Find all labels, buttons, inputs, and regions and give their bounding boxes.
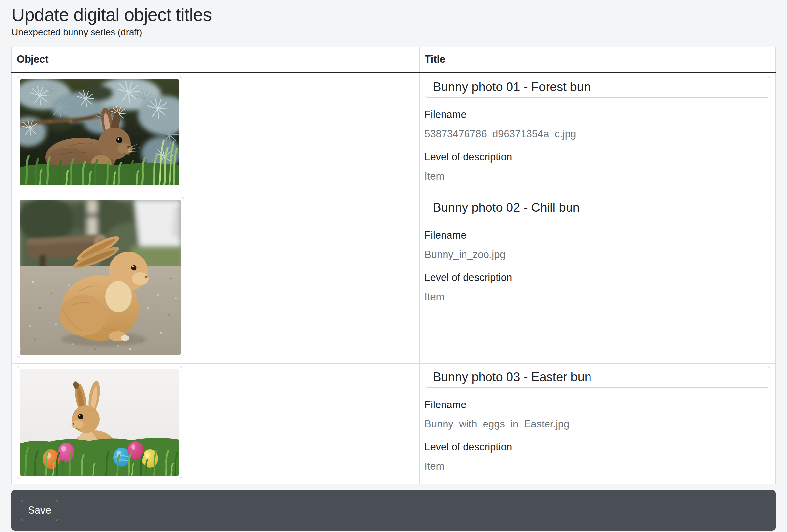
page-subtitle: Unexpected bunny series (draft): [12, 27, 775, 38]
level-of-description-value: Item: [425, 291, 770, 303]
filename-value: Bunny_with_eggs_in_Easter.jpg: [425, 418, 770, 430]
title-input-3[interactable]: [425, 366, 770, 388]
thumbnail-card-1: [17, 76, 183, 189]
bunny-photo-1: [20, 79, 179, 185]
actions-bar: Save: [12, 490, 775, 531]
filename-label: Filename: [425, 399, 770, 411]
filename-value: 53873476786_d96371354a_c.jpg: [425, 128, 770, 140]
level-of-description-label: Level of description: [425, 151, 770, 163]
object-row-2: Filename Bunny_in_zoo.jpg Level of descr…: [12, 194, 775, 363]
thumbnail-card-2: [17, 197, 184, 358]
level-of-description-value: Item: [425, 170, 770, 182]
level-of-description-label: Level of description: [425, 271, 770, 284]
level-of-description-label: Level of description: [425, 441, 770, 453]
title-input-2[interactable]: [425, 197, 770, 218]
title-input-1[interactable]: [425, 76, 770, 98]
column-header-object: Object: [12, 47, 420, 73]
table-header-row: Object Title: [12, 47, 775, 73]
filename-label: Filename: [425, 109, 770, 120]
column-header-title: Title: [420, 47, 775, 73]
thumbnail-card-3: [17, 366, 183, 479]
page-title: Update digital object titles: [12, 5, 775, 25]
bunny-photo-3: [20, 370, 179, 475]
object-row-3: Filename Bunny_with_eggs_in_Easter.jpg L…: [12, 363, 775, 485]
page-container: Update digital object titles Unexpected …: [0, 0, 787, 485]
filename-label: Filename: [425, 229, 770, 241]
filename-value: Bunny_in_zoo.jpg: [425, 248, 770, 261]
digital-objects-table: Object Title: [12, 47, 775, 485]
level-of-description-value: Item: [425, 460, 770, 472]
save-button[interactable]: Save: [21, 500, 58, 521]
object-row-1: Filename 53873476786_d96371354a_c.jpg Le…: [12, 73, 775, 194]
bunny-photo-2: [20, 200, 181, 355]
